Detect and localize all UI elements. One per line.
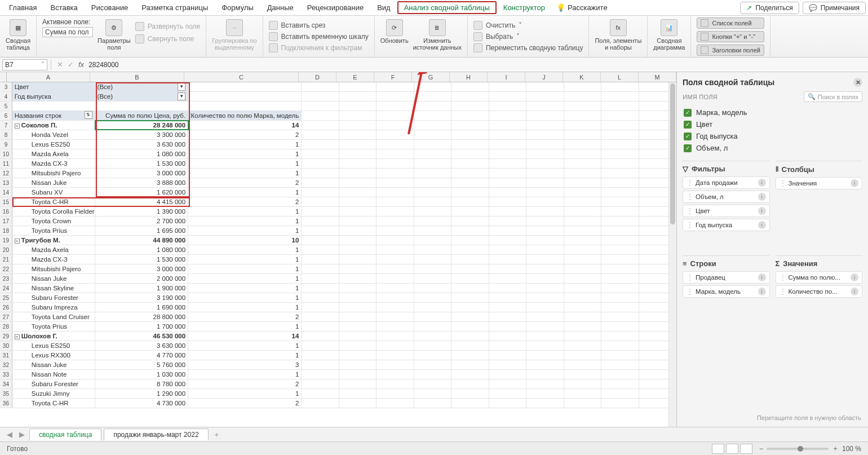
cell[interactable]: 1 xyxy=(188,303,302,312)
cell[interactable] xyxy=(339,303,377,312)
field-checkbox-row[interactable]: ✓Год выпуска xyxy=(683,130,862,142)
cell[interactable] xyxy=(302,92,339,101)
row-header[interactable]: 5 xyxy=(0,101,12,111)
row-header[interactable]: 12 xyxy=(0,169,12,178)
row-header[interactable]: 23 xyxy=(0,274,12,283)
cell[interactable]: Toyota Crown xyxy=(12,217,95,226)
cell[interactable] xyxy=(526,245,564,254)
ribbon-tab[interactable]: Формулы xyxy=(215,1,260,14)
cell[interactable] xyxy=(564,341,601,350)
row-header[interactable]: 33 xyxy=(0,370,12,379)
cell[interactable]: Toyota Corolla Fielder xyxy=(12,207,95,216)
cell[interactable]: 1 xyxy=(188,255,302,264)
share-button[interactable]: ↗Поделиться xyxy=(740,2,799,14)
cell[interactable] xyxy=(489,188,526,197)
cell[interactable] xyxy=(526,178,564,187)
cell[interactable] xyxy=(302,178,339,187)
cell[interactable] xyxy=(451,322,489,331)
cell[interactable] xyxy=(377,322,414,331)
cell[interactable] xyxy=(526,312,564,321)
cell[interactable] xyxy=(339,322,377,331)
cell[interactable] xyxy=(339,169,377,178)
cell[interactable]: 2 xyxy=(188,312,302,321)
cell[interactable] xyxy=(188,101,302,111)
cell[interactable] xyxy=(564,379,601,388)
cell[interactable] xyxy=(526,169,564,178)
cell[interactable] xyxy=(302,399,339,408)
cell[interactable] xyxy=(601,159,639,168)
cell[interactable] xyxy=(564,399,601,408)
cell[interactable] xyxy=(414,255,451,264)
ribbon-tab[interactable]: Разметка страницы xyxy=(135,1,215,14)
cell[interactable] xyxy=(564,274,601,283)
cell[interactable] xyxy=(302,159,339,168)
cell[interactable] xyxy=(339,188,377,197)
cell[interactable] xyxy=(526,197,564,206)
cell[interactable]: 1 900 000 xyxy=(95,284,189,293)
cell[interactable] xyxy=(377,303,414,312)
cell[interactable] xyxy=(414,140,451,149)
cell[interactable] xyxy=(339,121,377,130)
cell[interactable] xyxy=(339,284,377,293)
cell[interactable] xyxy=(489,111,526,120)
cell[interactable] xyxy=(414,207,451,216)
cell[interactable] xyxy=(302,207,339,216)
row-header[interactable]: 26 xyxy=(0,303,12,312)
cell[interactable] xyxy=(526,389,564,398)
cell[interactable] xyxy=(564,101,601,111)
cell[interactable] xyxy=(414,303,451,312)
cell[interactable]: Nissan Juke xyxy=(12,178,95,187)
cell[interactable] xyxy=(339,264,377,273)
cell[interactable] xyxy=(489,178,526,187)
cell[interactable] xyxy=(414,274,451,283)
info-icon[interactable]: i xyxy=(758,288,766,295)
cell[interactable] xyxy=(451,121,489,130)
cell[interactable] xyxy=(339,312,377,321)
cell[interactable]: Toyota Prius xyxy=(12,226,95,235)
cell[interactable] xyxy=(339,159,377,168)
cell[interactable] xyxy=(526,264,564,273)
cell[interactable]: 1 620 000 xyxy=(95,188,189,197)
cell[interactable] xyxy=(302,312,339,321)
cell[interactable] xyxy=(526,370,564,379)
cell[interactable] xyxy=(377,159,414,168)
cell[interactable] xyxy=(601,312,639,321)
ribbon-tab[interactable]: Данные xyxy=(260,1,300,14)
cell[interactable] xyxy=(414,149,451,158)
cell[interactable] xyxy=(302,111,339,120)
view-normal-button[interactable] xyxy=(712,444,724,454)
tell-me[interactable]: 💡Расскажите xyxy=(556,3,608,12)
cell[interactable] xyxy=(489,332,526,341)
cell[interactable]: 1 xyxy=(188,140,302,149)
cell[interactable] xyxy=(302,351,339,360)
ribbon-tab[interactable]: Конструктор xyxy=(497,1,552,14)
cell[interactable] xyxy=(601,140,639,149)
row-header[interactable]: 17 xyxy=(0,217,12,226)
cell[interactable] xyxy=(564,389,601,398)
close-panel-button[interactable]: ✕ xyxy=(853,78,862,87)
cell[interactable] xyxy=(339,197,377,206)
cell[interactable] xyxy=(414,188,451,197)
cell[interactable] xyxy=(377,236,414,245)
cell[interactable]: 1 xyxy=(188,322,302,331)
cell[interactable]: Lexus RX300 xyxy=(12,351,95,360)
cell[interactable] xyxy=(302,149,339,158)
cell[interactable] xyxy=(339,101,377,111)
cell[interactable] xyxy=(302,188,339,197)
cell[interactable] xyxy=(451,370,489,379)
row-header[interactable]: 24 xyxy=(0,284,12,293)
cell[interactable] xyxy=(414,399,451,408)
cell[interactable] xyxy=(601,322,639,331)
cell[interactable] xyxy=(489,370,526,379)
cell[interactable] xyxy=(526,111,564,120)
fields-items-sets-button[interactable]: fxПоля, элементы и наборы xyxy=(595,18,641,51)
cell[interactable] xyxy=(601,169,639,178)
cell[interactable] xyxy=(526,217,564,226)
cell[interactable] xyxy=(414,284,451,293)
cell[interactable] xyxy=(414,159,451,168)
cell[interactable] xyxy=(451,332,489,341)
filter-connections-button[interactable]: Подключения к фильтрам xyxy=(269,43,369,53)
cell[interactable]: 4 730 000 xyxy=(95,399,189,408)
cell[interactable] xyxy=(339,149,377,158)
enter-icon[interactable]: ✓ xyxy=(65,60,76,69)
